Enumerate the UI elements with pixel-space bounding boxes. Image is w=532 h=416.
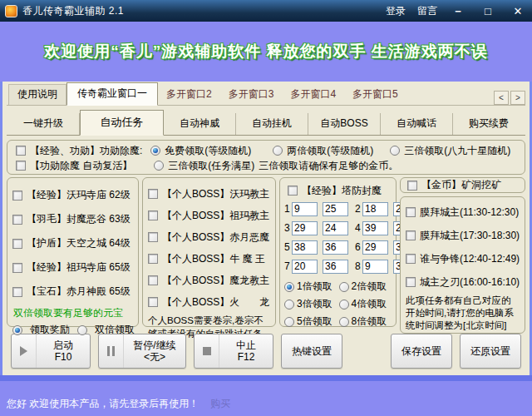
maximize-button[interactable]: □ — [479, 5, 497, 17]
restore-settings-button[interactable]: 还原设置 — [460, 334, 521, 369]
slot-value-input[interactable] — [292, 202, 318, 216]
multiplier-4x-radio[interactable] — [339, 300, 349, 310]
checkbox[interactable] — [12, 239, 22, 249]
merit-demon-checkbox[interactable] — [16, 146, 26, 156]
slot-value-input[interactable] — [323, 202, 348, 216]
slot-value-input[interactable] — [292, 240, 318, 255]
task-row[interactable]: 【宝石】赤月神殿 65级 — [12, 280, 135, 304]
subtab-auto-boss[interactable]: 自动BOSS — [308, 113, 381, 135]
checkbox[interactable] — [406, 230, 416, 240]
multiplier-label: 4倍领取 — [352, 297, 387, 311]
boss-row[interactable]: 【个人BOSS】牛 魔 王 — [148, 248, 272, 270]
slot-value-input[interactable] — [292, 260, 318, 274]
start-button[interactable]: 启动F10 — [11, 334, 91, 369]
checkbox[interactable] — [12, 263, 22, 273]
timed-task-row[interactable]: 城主之刃(16:00-16:10) — [406, 270, 521, 294]
free-claim-radio[interactable] — [150, 146, 160, 156]
pause-label: 暂停/继续 — [133, 339, 175, 351]
boss-row[interactable]: 【个人BOSS】沃玛教主 — [148, 183, 272, 205]
task-label: 【羽毛】封魔恶谷 63级 — [27, 212, 131, 226]
boss-row[interactable]: 【个人BOSS】赤月恶魔 — [148, 226, 272, 248]
timed-task-label: 膜拜城主(17:30-18:30) — [420, 229, 520, 243]
checkbox[interactable] — [406, 277, 416, 287]
subtab-purchase-renew[interactable]: 购买续费 — [453, 113, 525, 135]
checkbox[interactable] — [148, 275, 158, 285]
tab-window-3[interactable]: 多开窗口3 — [220, 85, 283, 105]
checkbox[interactable] — [148, 254, 158, 264]
slot-number: 3 — [284, 222, 292, 234]
tab-scroll-right-button[interactable]: > — [510, 91, 525, 105]
subtab-one-key-upgrade[interactable]: 一键升级 — [7, 113, 80, 135]
slot-value-input[interactable] — [362, 240, 388, 255]
checkbox[interactable] — [288, 186, 298, 196]
task-columns: 【经验】沃玛寺庙 62级 【羽毛】封魔恶谷 63级 【护盾】天空之城 64级 【… — [7, 177, 525, 327]
triple-fullstar-radio[interactable] — [154, 161, 164, 171]
tab-usage-help[interactable]: 使用说明 — [8, 84, 66, 105]
checkbox[interactable] — [407, 181, 417, 191]
slot-value-input[interactable] — [292, 221, 318, 235]
pause-resume-button[interactable]: 暂停/继续<无> — [98, 334, 186, 369]
close-button[interactable]: ✕ — [509, 5, 527, 17]
task-row[interactable]: 【护盾】天空之城 64级 — [12, 231, 135, 255]
boss-row[interactable]: 【个人BOSS】魔龙教主 — [148, 270, 272, 291]
boss-row[interactable]: 【个人BOSS】火 龙 — [148, 291, 272, 313]
mine-box[interactable]: 【金币】矿洞挖矿 — [400, 177, 525, 193]
checkbox[interactable] — [148, 210, 158, 220]
checkbox[interactable] — [12, 215, 22, 225]
subtab-auto-shenwei[interactable]: 自动神威 — [164, 113, 236, 135]
double-claim-radio[interactable] — [273, 146, 283, 156]
login-button[interactable]: 登录 — [386, 4, 406, 18]
subtab-auto-shout[interactable]: 自动喊话 — [381, 113, 453, 135]
status-bar: 您好 欢迎使用本产品，请先登录后再使用！ 购买 — [0, 381, 532, 416]
task-row[interactable]: 【经验】祖玛寺庙 65级 — [12, 255, 135, 280]
tower-defense-box: 【经验】塔防封魔 1 2 3 4 — [279, 177, 397, 327]
checkbox[interactable] — [148, 189, 158, 199]
checkbox[interactable] — [12, 191, 22, 201]
tab-window-2[interactable]: 多开窗口2 — [158, 85, 220, 105]
double-reward-radio[interactable] — [77, 325, 87, 335]
multiplier-5x-radio[interactable] — [284, 317, 294, 327]
save-settings-button[interactable]: 保存设置 — [391, 334, 452, 369]
hotkey-settings-button[interactable]: 热键设置 — [281, 334, 342, 369]
subtab-auto-task[interactable]: 自动任务 — [80, 110, 164, 136]
checkbox[interactable] — [148, 232, 158, 242]
tab-window-1[interactable]: 传奇霸业窗口一 — [66, 82, 158, 106]
timed-task-row[interactable]: 膜拜城主(17:30-18:30) — [406, 224, 521, 247]
claim-reward-radio[interactable] — [12, 325, 22, 335]
auto-revive-label: 【功勋除魔 自动复活】 — [30, 159, 132, 173]
slot-value-input[interactable] — [323, 240, 348, 255]
checkbox[interactable] — [406, 207, 416, 217]
checkbox[interactable] — [406, 254, 416, 264]
slot-value-input[interactable] — [362, 202, 388, 216]
stop-button[interactable]: 中止F12 — [194, 334, 273, 369]
slot-value-input[interactable] — [323, 260, 348, 274]
triple-claim-radio[interactable] — [390, 146, 400, 156]
checkbox[interactable] — [148, 297, 158, 307]
timed-task-row[interactable]: 谁与争锋(12:40-12:49) — [406, 247, 521, 270]
boss-row[interactable]: 【个人BOSS】祖玛教主 — [148, 205, 272, 226]
reward-option-box: 【经验、功勋】功勋除魔: 免费领取(等级随机) 两倍领取(等级随机) 三倍领取(… — [7, 140, 525, 175]
multiplier-2x-radio[interactable] — [339, 282, 349, 292]
tab-scroll-left-button[interactable]: < — [494, 91, 509, 105]
tab-window-4[interactable]: 多开窗口4 — [282, 85, 344, 105]
multiplier-3x-radio[interactable] — [284, 300, 294, 310]
title-bar: 香儿传奇霸业辅助 2.1 登录 留言 − □ ✕ — [0, 0, 532, 22]
slot-value-input[interactable] — [323, 221, 348, 235]
task-row[interactable]: 【经验】沃玛寺庙 62级 — [12, 183, 135, 207]
main-tab-bar: 使用说明 传奇霸业窗口一 多开窗口2 多开窗口3 多开窗口4 多开窗口5 < > — [7, 85, 525, 106]
message-button[interactable]: 留言 — [417, 4, 437, 18]
timed-task-row[interactable]: 膜拜城主(11:30-12:30) — [406, 201, 521, 224]
minimize-button[interactable]: − — [449, 5, 467, 17]
checkbox[interactable] — [12, 287, 22, 297]
multiplier-1x-radio[interactable] — [284, 282, 294, 292]
buy-link[interactable]: 购买 — [210, 397, 230, 411]
multiplier-8x-radio[interactable] — [339, 317, 349, 327]
auto-revive-checkbox[interactable] — [16, 161, 26, 171]
subtab-auto-hangup[interactable]: 自动挂机 — [236, 113, 308, 135]
slot-value-input[interactable] — [362, 260, 388, 274]
app-icon — [5, 5, 17, 17]
tower-defense-header[interactable]: 【经验】塔防封魔 — [288, 182, 393, 199]
slot-value-input[interactable] — [362, 221, 388, 235]
task-row[interactable]: 【羽毛】封魔恶谷 63级 — [12, 207, 135, 231]
tab-window-5[interactable]: 多开窗口5 — [344, 85, 406, 105]
